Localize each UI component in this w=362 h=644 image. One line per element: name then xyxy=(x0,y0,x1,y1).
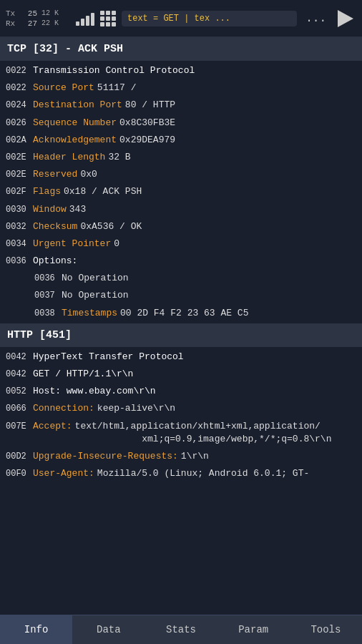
tx-count: 25 xyxy=(21,9,37,18)
field-value: 0xA536 / OK xyxy=(80,220,142,233)
field-value: 343 xyxy=(69,203,86,216)
field-value: 1\r\n xyxy=(181,450,209,463)
field-value: 0x0 xyxy=(80,168,97,181)
field-name: Header Length xyxy=(33,151,105,164)
table-row[interactable]: 007E Accept: text/html,application/xhtml… xyxy=(0,418,362,448)
offset: 00F0 xyxy=(6,467,33,480)
offset: 00D2 xyxy=(6,450,33,463)
tcp-section-header: TCP [32] - ACK PSH xyxy=(0,37,362,61)
table-row[interactable]: 0030 Window 343 xyxy=(0,201,362,218)
offset: 0030 xyxy=(6,203,33,216)
offset: 0022 xyxy=(6,82,33,94)
tx-rx-info: Tx 25 12 K Rx 27 22 K xyxy=(6,9,70,28)
offset: 0024 xyxy=(6,99,33,112)
field-name: Connection: xyxy=(33,402,94,415)
offset: 0037 xyxy=(34,289,62,302)
tx-size: 12 K xyxy=(41,9,59,17)
play-icon xyxy=(338,10,353,27)
field-value: GET / HTTP/1.1\r\n xyxy=(33,368,133,381)
offset: 0022 xyxy=(6,64,33,77)
offset: 0066 xyxy=(6,402,33,415)
play-button[interactable] xyxy=(335,8,356,29)
toolbar: Tx 25 12 K Rx 27 22 K text = GET | tex .… xyxy=(0,0,362,37)
rx-row: Rx 27 22 K xyxy=(6,19,70,28)
field-name: Sequence Number xyxy=(33,117,117,130)
rx-count: 27 xyxy=(21,19,37,28)
field-value: 0 xyxy=(114,238,119,250)
table-row[interactable]: 0036 No Operation xyxy=(0,270,362,287)
table-row[interactable]: 0042 HyperText Transfer Protocol xyxy=(0,348,362,366)
offset: 002E xyxy=(6,151,33,164)
table-row[interactable]: 0024 Destination Port 80 / HTTP xyxy=(0,97,362,114)
table-row[interactable]: 0022 Transmission Control Protocol xyxy=(0,62,362,79)
field-name: Source Port xyxy=(33,82,94,94)
offset: 0042 xyxy=(6,368,33,381)
table-row[interactable]: 0034 Urgent Pointer 0 xyxy=(0,235,362,253)
field-name: Acknowledgement xyxy=(33,134,117,147)
field-name: Window xyxy=(33,203,67,216)
field-name: Urgent Pointer xyxy=(33,238,111,250)
filter-display[interactable]: text = GET | tex ... xyxy=(122,11,297,26)
tab-info[interactable]: Info xyxy=(0,615,72,644)
grid-icon[interactable] xyxy=(100,11,116,26)
tcp-rows: 0022 Transmission Control Protocol 0022 … xyxy=(0,61,362,323)
table-row[interactable]: 0022 Source Port 51117 / xyxy=(0,79,362,97)
bar3 xyxy=(86,16,89,26)
field-value: 00 2D F4 F2 23 63 AE C5 xyxy=(120,307,248,320)
signal-bars-icon xyxy=(76,11,94,26)
table-row[interactable]: 0032 Checksum 0xA536 / OK xyxy=(0,218,362,235)
table-row[interactable]: 002E Header Length 32 B xyxy=(0,149,362,166)
tab-stats[interactable]: Stats xyxy=(145,615,217,644)
tx-label: Tx xyxy=(6,9,17,18)
field-name: Accept: xyxy=(33,420,72,433)
table-row[interactable]: 0042 GET / HTTP/1.1\r\n xyxy=(0,366,362,383)
bar1 xyxy=(76,21,79,26)
field-value: keep-alive\r\n xyxy=(97,402,175,415)
offset: 002F xyxy=(6,185,33,198)
offset: 0026 xyxy=(6,117,33,130)
field-name: Timestamps xyxy=(62,307,117,320)
http-section-header: HTTP [451] xyxy=(0,323,362,347)
more-button[interactable]: ... xyxy=(303,12,329,25)
table-row[interactable]: 002F Flags 0x18 / ACK PSH xyxy=(0,183,362,200)
rx-label: Rx xyxy=(6,19,17,28)
tab-data[interactable]: Data xyxy=(72,615,145,644)
field-value: Mozilla/5.0 (Linux; Android 6.0.1; GT- xyxy=(97,467,309,480)
table-row[interactable]: 0026 Sequence Number 0x8C30FB3E xyxy=(0,114,362,132)
table-row[interactable]: 0036 Options: xyxy=(0,253,362,270)
field-name: Flags xyxy=(33,185,61,198)
offset: 0042 xyxy=(6,351,33,364)
tx-row: Tx 25 12 K xyxy=(6,9,70,18)
offset: 002E xyxy=(6,168,33,181)
field-value: Host: www.ebay.com\r\n xyxy=(33,385,156,398)
field-value: No Operation xyxy=(62,272,129,285)
table-row[interactable]: 00F0 User-Agent: Mozilla/5.0 (Linux; And… xyxy=(0,465,362,482)
offset: 002A xyxy=(6,134,33,147)
table-row[interactable]: 002A Acknowledgement 0x29DEA979 xyxy=(0,132,362,149)
offset: 0036 xyxy=(34,272,62,285)
field-value: 32 B xyxy=(108,151,130,164)
offset: 0052 xyxy=(6,385,33,398)
field-value: 0x29DEA979 xyxy=(119,134,175,147)
table-row[interactable]: 0052 Host: www.ebay.com\r\n xyxy=(0,383,362,400)
table-row[interactable]: 0038 Timestamps 00 2D F4 F2 23 63 AE C5 xyxy=(0,305,362,322)
table-row[interactable]: 0037 No Operation xyxy=(0,287,362,304)
table-row[interactable]: 002E Reserved 0x0 xyxy=(0,166,362,183)
field-value: Transmission Control Protocol xyxy=(33,64,195,77)
field-value: Options: xyxy=(33,255,77,268)
tab-param[interactable]: Param xyxy=(217,615,290,644)
table-row[interactable]: 00D2 Upgrade-Insecure-Requests: 1\r\n xyxy=(0,448,362,465)
field-value: 0x8C30FB3E xyxy=(119,117,175,130)
offset: 0036 xyxy=(6,255,33,268)
offset: 0034 xyxy=(6,238,33,250)
bar4 xyxy=(91,13,94,26)
offset: 007E xyxy=(6,420,33,433)
http-rows: 0042 HyperText Transfer Protocol 0042 GE… xyxy=(0,347,362,484)
field-name: Destination Port xyxy=(33,99,122,112)
field-value: 51117 / xyxy=(97,82,137,94)
table-row[interactable]: 0066 Connection: keep-alive\r\n xyxy=(0,400,362,417)
tab-tools[interactable]: Tools xyxy=(290,615,362,644)
rx-size: 22 K xyxy=(41,19,59,27)
offset: 0038 xyxy=(34,307,62,320)
offset: 0032 xyxy=(6,220,33,233)
